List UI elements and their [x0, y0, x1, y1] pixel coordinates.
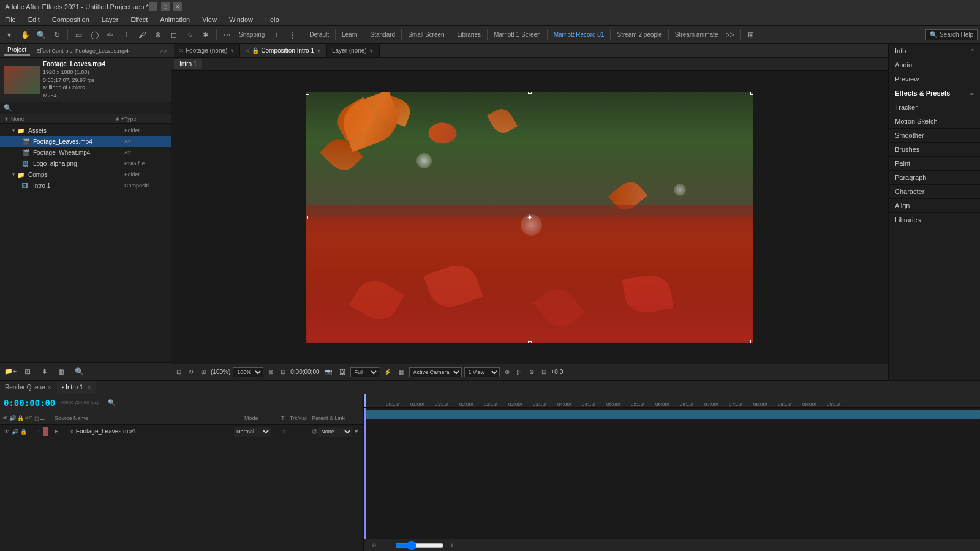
menu-animation[interactable]: Animation — [157, 16, 192, 23]
panel-motion-sketch[interactable]: Motion Sketch — [889, 114, 980, 129]
tab-project[interactable]: Project — [4, 45, 30, 56]
tab-effect-controls[interactable]: Effect Controls: Footage_Leaves.mp4 — [32, 47, 132, 55]
viewer-snapshot[interactable]: 📷 — [322, 368, 334, 376]
tool-brush[interactable]: 🖌 — [135, 28, 149, 42]
ws-marriott1[interactable]: Marriott 1 Screen — [491, 31, 543, 38]
viewer-show-snapshot[interactable]: 🖼 — [337, 368, 348, 376]
tool-pen[interactable]: ✏ — [104, 28, 117, 42]
viewer-transparency[interactable]: ▦ — [396, 368, 407, 376]
tool-select[interactable]: ▾ — [2, 28, 16, 42]
layer-1-mode-select[interactable]: Normal Add Multiply — [234, 427, 271, 437]
search-help-field[interactable]: 🔍 Search Help — [925, 29, 978, 40]
tab-render-queue[interactable]: Render Queue ✕ — [0, 381, 57, 394]
panel-effects-presets[interactable]: Effects & Presets ≡ — [889, 86, 980, 100]
close-render-tab[interactable]: ✕ — [47, 384, 52, 391]
viewer-reset[interactable]: ↻ — [186, 368, 196, 376]
comp-tab-lock[interactable]: 🔒 — [252, 47, 259, 54]
sub-tab-intro1[interactable]: Intro 1 — [174, 59, 202, 69]
panel-expand-left[interactable]: >> — [159, 47, 167, 54]
menu-layer[interactable]: Layer — [99, 16, 121, 23]
tree-item-footage-wheat[interactable]: 🎬 Footage_Wheat.mp4 AVI — [0, 147, 171, 158]
viewer-region[interactable]: ⊞ — [198, 368, 208, 376]
maximize-button[interactable]: □ — [161, 2, 170, 11]
layer-1-parent-select[interactable]: None — [318, 427, 352, 437]
menu-window[interactable]: Window — [227, 16, 255, 23]
ws-marriottrecord[interactable]: Marriott Record 01 — [551, 31, 607, 38]
ws-smallscreen[interactable]: Small Screen — [405, 31, 447, 38]
menu-file[interactable]: File — [2, 16, 18, 23]
tab-layer-none[interactable]: Layer (none) ▼ — [327, 44, 380, 57]
panel-preview[interactable]: Preview — [889, 72, 980, 86]
layer-1-expand[interactable]: ▶ — [55, 429, 61, 434]
search-project-btn[interactable]: 🔍 — [72, 365, 86, 378]
ws-default[interactable]: Default — [307, 31, 331, 38]
viewer-quality-select[interactable]: FullHalfThird — [350, 367, 379, 377]
panel-tracker[interactable]: Tracker — [889, 100, 980, 114]
ws-standard[interactable]: Standard — [368, 31, 398, 38]
layer-1-parent-expand[interactable]: ▼ — [353, 429, 359, 435]
tl-zoom-out[interactable]: − — [382, 540, 393, 551]
panel-brushes[interactable]: Brushes — [889, 143, 980, 157]
tree-item-assets[interactable]: ▼ 📁 Assets Folder — [0, 125, 171, 136]
timecode-display[interactable]: 0:00:00:00 — [4, 398, 55, 408]
panel-info[interactable]: Info ≡ — [889, 44, 980, 58]
viewer-fit-width[interactable]: ⊟ — [278, 368, 288, 376]
tool-shape[interactable]: ✱ — [199, 28, 213, 42]
viewer-channels[interactable]: ⊕ — [502, 368, 512, 376]
tool-rotate[interactable]: ↻ — [50, 28, 64, 42]
ws-learn[interactable]: Learn — [339, 31, 360, 38]
tool-clone[interactable]: ⊕ — [151, 28, 165, 42]
viewer-always-preview[interactable]: ⊡ — [174, 368, 184, 376]
menu-help[interactable]: Help — [263, 16, 282, 23]
tl-zoom-in[interactable]: + — [447, 540, 458, 551]
new-folder-btn[interactable]: 📁+ — [4, 365, 17, 378]
tree-item-comps[interactable]: ▼ 📁 Comps Folder — [0, 169, 171, 180]
tree-item-logo-alpha[interactable]: 🖼 Logo_alpha.png PNG file — [0, 158, 171, 169]
close-comp-tab[interactable]: ✕ — [245, 48, 250, 54]
snap-icon[interactable]: ⋯ — [221, 28, 234, 42]
panel-libraries[interactable]: Libraries — [889, 213, 980, 227]
tree-item-footage-leaves[interactable]: 🎬 Footage_Leaves.mp4 AVI — [0, 136, 171, 147]
viewer-render-preview[interactable]: ▷ — [514, 368, 524, 376]
tool-zoom[interactable]: 🔍 — [34, 28, 48, 42]
panel-paint[interactable]: Paint — [889, 157, 980, 171]
tool-rect[interactable]: ▭ — [72, 28, 85, 42]
panel-smoother[interactable]: Smoother — [889, 129, 980, 143]
window-controls[interactable]: — □ ✕ — [149, 2, 182, 11]
delete-btn[interactable]: 🗑 — [55, 365, 69, 378]
import-btn[interactable]: ⬇ — [38, 365, 51, 378]
close-button[interactable]: ✕ — [173, 2, 182, 11]
viewer-view-select[interactable]: 1 View2 Views4 Views — [464, 367, 500, 377]
track-bar-layer-1[interactable] — [364, 410, 980, 419]
ws-stream2[interactable]: Stream 2 people — [614, 31, 664, 38]
viewer-fast-preview[interactable]: ⚡ — [382, 368, 394, 376]
ws-more[interactable]: >> — [723, 28, 736, 42]
snap-config[interactable]: ⋮ — [285, 28, 299, 42]
tool-text[interactable]: T — [119, 28, 133, 42]
tool-ellipse[interactable]: ◯ — [88, 28, 101, 42]
ws-streamanimate[interactable]: Stream animate — [673, 31, 721, 38]
menu-composition[interactable]: Composition — [50, 16, 92, 23]
tab-intro1-timeline[interactable]: ▪ Intro 1 ≡ — [57, 381, 96, 394]
menu-effect[interactable]: Effect — [128, 16, 150, 23]
menu-view[interactable]: View — [200, 16, 219, 23]
tool-hand[interactable]: ✋ — [18, 28, 32, 42]
minimize-button[interactable]: — — [149, 2, 157, 11]
ws-libraries[interactable]: Libraries — [455, 31, 483, 38]
panel-character[interactable]: Character — [889, 185, 980, 199]
viewer-camera-select[interactable]: Active Camera — [409, 367, 462, 377]
new-comp-btn[interactable]: ⊞ — [21, 365, 34, 378]
search-icon[interactable]: ⊞ — [744, 28, 758, 42]
tool-puppet[interactable]: ☆ — [183, 28, 197, 42]
tl-zoom-slider[interactable] — [395, 542, 444, 549]
tab-footage-none[interactable]: ✕ Footage (none) ▼ — [174, 44, 240, 57]
layer-1-eye[interactable]: 👁 — [2, 429, 10, 435]
close-footage-tab[interactable]: ✕ — [179, 48, 184, 54]
viewer-fit-height[interactable]: ⊠ — [266, 368, 276, 376]
panel-align[interactable]: Align — [889, 199, 980, 213]
panel-paragraph[interactable]: Paragraph — [889, 171, 980, 185]
layer-1-lock[interactable]: 🔒 — [20, 429, 27, 435]
viewer-3d[interactable]: ⊡ — [539, 368, 549, 376]
tab-composition-intro1[interactable]: ✕ 🔒 Composition Intro 1 ▼ — [240, 44, 327, 57]
tl-add-marker[interactable]: ⊕ — [368, 540, 379, 551]
